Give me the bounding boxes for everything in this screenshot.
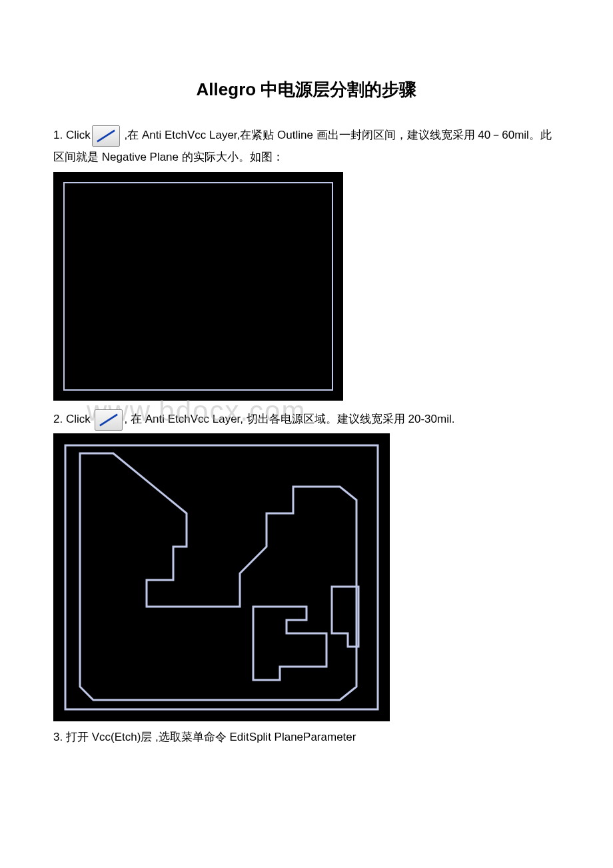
figure-2-svg <box>53 433 390 721</box>
title-cn: 中电源层分割的步骤 <box>261 79 416 99</box>
svg-rect-2 <box>65 445 378 709</box>
page-title: Allegro 中电源层分割的步骤 <box>53 73 560 106</box>
step-1-paragraph: 1. Click ,在 Anti EtchVcc Layer,在紧贴 Outli… <box>53 125 560 168</box>
step1-plane: Negative Plane <box>102 151 182 163</box>
figure-2-split-regions <box>53 433 390 721</box>
step2-layer: Anti EtchVcc Layer, <box>145 413 247 425</box>
step-3-paragraph: 3. 打开 Vcc(Etch)层 ,选取菜单命令 EditSplit Plane… <box>53 727 560 748</box>
title-en: Allegro <box>197 79 261 99</box>
step1-a: ,在 <box>121 129 142 141</box>
step1-mid: 在紧贴 Outline 画出一封闭区间，建议线宽采用 <box>240 129 478 141</box>
line-tool-icon <box>95 409 123 431</box>
step1-width: 40－60mil <box>478 129 529 141</box>
step3-prefix: 3. <box>53 731 66 743</box>
step2-mid: 切出各电源区域。建议线宽采用 <box>247 413 408 425</box>
line-tool-icon <box>92 125 120 147</box>
step1-layer: Anti EtchVcc Layer, <box>142 129 240 141</box>
figure-1-rectangle <box>63 182 333 391</box>
step-2-paragraph: www.bdocx.com 2. Click , 在 Anti EtchVcc … <box>53 409 560 431</box>
step1-prefix: 1. Click <box>53 129 91 141</box>
step2-after: , 在 <box>124 413 145 425</box>
figure-1-negative-plane-outline <box>53 172 343 401</box>
step2-prefix: 2. Click <box>53 413 93 425</box>
step3-layer: Vcc(Etch) <box>92 731 141 743</box>
svg-line-0 <box>97 130 115 141</box>
step3-cmd: EditSplit PlaneParameter <box>230 731 356 743</box>
step2-width: 20-30mil. <box>408 413 455 425</box>
svg-line-1 <box>100 414 117 425</box>
step1-cn3: 的实际大小。如图： <box>182 151 284 163</box>
step3-cn1: 打开 <box>66 731 92 743</box>
step3-cn2: 层 ,选取菜单命令 <box>141 731 229 743</box>
